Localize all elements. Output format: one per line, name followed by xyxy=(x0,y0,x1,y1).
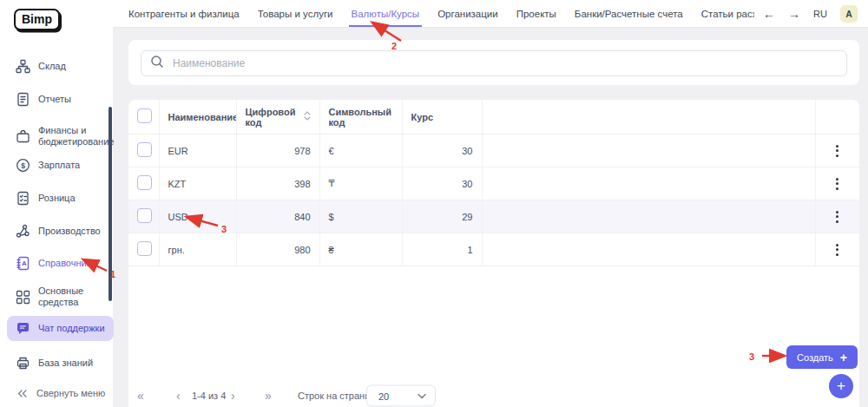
cell-numeric-code: 398 xyxy=(236,167,319,200)
cell-symbol-code: ₴ xyxy=(319,233,402,266)
create-button-label: Создать xyxy=(797,352,833,363)
column-header-label: Символьный код xyxy=(329,107,393,128)
arrow-right-icon[interactable]: → xyxy=(788,8,800,20)
assets-icon xyxy=(16,290,30,305)
topnav-tab[interactable]: Организации xyxy=(437,0,498,27)
kebab-menu-icon[interactable] xyxy=(816,143,860,159)
sidebar-item-label: Отчеты xyxy=(38,94,71,105)
topnav-controls: ← → RU A xyxy=(754,0,868,27)
sidebar-item[interactable]: Производство xyxy=(16,224,101,239)
topnav-tab[interactable]: Проекты xyxy=(516,0,556,27)
sidebar-item-label: Зарплата xyxy=(38,160,80,171)
currencies-table: НаименованиеЦифровой кодСимвольный кодКу… xyxy=(128,100,859,266)
column-header-label: Курс xyxy=(411,112,434,122)
cell-name: EUR xyxy=(159,135,236,167)
arrow-left-icon[interactable]: ← xyxy=(763,8,775,20)
app-logo: Bimp xyxy=(14,9,60,30)
retail-icon xyxy=(16,191,30,206)
first-page-button[interactable]: « xyxy=(137,389,144,403)
topnav-tab[interactable]: Валюты/Курсы xyxy=(352,0,420,27)
plus-icon: + xyxy=(840,351,847,364)
search-panel xyxy=(128,40,859,85)
column-header-label: Наименование xyxy=(168,112,237,122)
sidebar-item[interactable]: Основные средства xyxy=(16,286,111,308)
sidebar-item-label: Производство xyxy=(38,226,101,237)
sidebar-item[interactable]: AСправочники xyxy=(16,256,96,271)
topnav-tab[interactable]: Товары и услуги xyxy=(258,0,333,27)
chevrons-left-icon xyxy=(16,387,29,400)
kebab-menu-icon[interactable] xyxy=(816,209,860,225)
search-icon xyxy=(150,55,164,72)
table-row[interactable]: KZT398₸30 xyxy=(128,167,859,200)
next-page-button[interactable]: › xyxy=(231,389,235,403)
search-input[interactable] xyxy=(171,56,846,70)
cell-symbol-code: $ xyxy=(319,200,402,233)
sidebar: Bimp СкладОтчетыФинансы и бюджетирование… xyxy=(0,0,113,407)
sidebar-item[interactable]: Финансы и бюджетирование xyxy=(16,125,111,148)
sort-icon[interactable] xyxy=(304,111,311,122)
sidebar-item-label: Розница xyxy=(38,193,76,204)
sidebar-item[interactable]: Склад xyxy=(16,59,66,74)
cell-rate: 30 xyxy=(402,167,482,200)
table-row[interactable]: грн.980₴1 xyxy=(128,233,859,266)
row-checkbox[interactable] xyxy=(137,241,152,256)
cell-symbol-code: € xyxy=(319,135,402,167)
create-button[interactable]: Создать + xyxy=(786,345,858,369)
topnav-tabs: Контрагенты и физлицаТовары и услугиВалю… xyxy=(113,0,754,27)
table-row[interactable]: EUR978€30 xyxy=(128,135,859,167)
sidebar-item-label: База знаний xyxy=(38,358,93,369)
knowledge-base-icon xyxy=(16,356,30,371)
cell-numeric-code: 840 xyxy=(236,200,319,233)
fab-add-button[interactable]: + xyxy=(829,374,853,398)
user-avatar[interactable]: A xyxy=(840,5,858,23)
row-checkbox[interactable] xyxy=(137,142,152,157)
select-all-checkbox[interactable] xyxy=(137,108,152,123)
kebab-menu-icon[interactable] xyxy=(816,242,860,258)
sidebar-item-label: Справочники xyxy=(38,258,96,269)
collapse-menu-label: Свернуть меню xyxy=(36,388,105,399)
topnav-tab[interactable]: Контрагенты и физлица xyxy=(128,0,240,27)
cell-rate: 1 xyxy=(402,233,482,266)
last-page-button[interactable]: » xyxy=(265,389,272,403)
row-checkbox[interactable] xyxy=(137,208,152,223)
table-body: EUR978€30KZT398₸30USD840$29грн.980₴1 xyxy=(128,135,859,266)
column-header-label: Цифровой код xyxy=(246,107,298,128)
cell-name: KZT xyxy=(159,167,236,200)
rows-per-page-value: 20 xyxy=(378,391,412,401)
collapse-menu-button[interactable]: Свернуть меню xyxy=(16,387,105,400)
language-switcher[interactable]: RU xyxy=(813,9,827,19)
sidebar-item[interactable]: Отчеты xyxy=(16,92,71,107)
row-checkbox[interactable] xyxy=(137,175,152,190)
sidebar-item[interactable]: Чат поддержки xyxy=(7,316,114,341)
salary-icon: $ xyxy=(16,158,30,173)
prev-page-button[interactable]: ‹ xyxy=(176,389,181,403)
table-header: НаименованиеЦифровой кодСимвольный кодКу… xyxy=(128,100,859,135)
support-chat-icon xyxy=(16,321,30,336)
finance-icon xyxy=(16,129,30,144)
sidebar-item-label: Финансы и бюджетирование xyxy=(38,125,111,148)
kebab-menu-icon[interactable] xyxy=(816,176,860,192)
cell-numeric-code: 980 xyxy=(236,233,319,266)
sidebar-item-label: Чат поддержки xyxy=(38,323,105,334)
currencies-table-panel: НаименованиеЦифровой кодСимвольный кодКу… xyxy=(128,100,859,407)
sidebar-item[interactable]: $Зарплата xyxy=(16,158,80,173)
reports-icon xyxy=(16,92,30,107)
sidebar-item-label: Склад xyxy=(38,61,66,72)
cell-name: грн. xyxy=(159,233,236,266)
topnav-tab[interactable]: Банки/Расчетные счета xyxy=(575,0,683,27)
rows-per-page-select[interactable]: 20 xyxy=(366,385,436,407)
page-range-label: 1-4 из 4 xyxy=(192,391,226,401)
top-navigation: Контрагенты и физлицаТовары и услугиВалю… xyxy=(113,0,868,28)
production-icon xyxy=(16,224,30,239)
cell-name: USD xyxy=(159,200,236,233)
svg-text:A: A xyxy=(22,259,27,267)
sidebar-item[interactable]: Розница xyxy=(16,191,76,206)
sidebar-scrollbar[interactable] xyxy=(108,107,112,301)
topnav-tab[interactable]: Статьи расходов xyxy=(701,0,754,27)
sidebar-item[interactable]: База знаний xyxy=(16,356,93,371)
table-row[interactable]: USD840$29 xyxy=(128,200,859,233)
sidebar-item-label: Основные средства xyxy=(38,286,111,308)
search-box[interactable] xyxy=(141,50,847,76)
warehouse-icon xyxy=(16,59,30,74)
chevron-down-icon xyxy=(418,393,426,398)
